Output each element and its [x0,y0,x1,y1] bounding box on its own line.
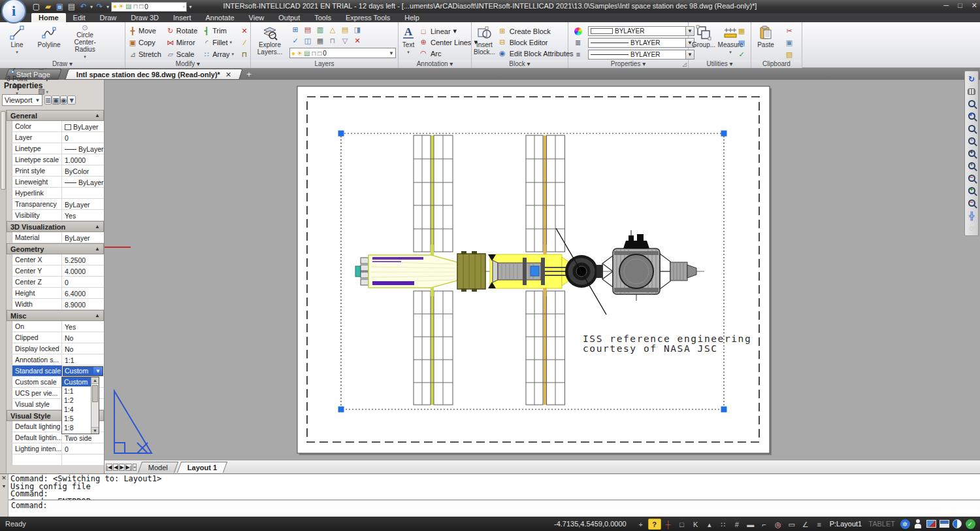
join-icon[interactable]: ⊓ [237,49,252,60]
scale-option-1-4[interactable]: 1:4 [62,405,91,414]
undo-icon[interactable]: ↶ [78,2,88,12]
group-button[interactable]: Group... [691,24,717,60]
quick-calc-icon[interactable]: ▦ [734,26,749,36]
fillet-arrow[interactable]: ▾ [230,40,233,45]
fillet-button[interactable]: ◜Fillet▾ [201,37,235,48]
filter-icon[interactable]: ▼ [67,95,76,105]
property-value[interactable]: ByLayer [62,199,104,209]
block-panel-label[interactable]: Block ▾ [472,60,568,68]
ribbon-tab-view[interactable]: View [242,13,272,22]
redo-icon[interactable]: ↷ [95,2,105,12]
stretch-button[interactable]: ⊿Stretch [127,48,163,60]
lwt-icon[interactable]: ▬ [744,519,757,530]
explore-layers-button[interactable]: Explore Layers... [253,24,287,60]
property-row-center-x[interactable]: Center X5.2500 [12,254,104,266]
viewport-icon[interactable]: ▭ [785,519,798,530]
contrast-theme-icon[interactable] [951,519,963,530]
snap-icon[interactable]: + [634,519,647,530]
property-row-print-style[interactable]: Print styleByColor [12,165,104,177]
entity-linetype-dropdown[interactable]: BYLAYER▼ [588,37,694,48]
array-arrow[interactable]: ▾ [232,52,235,57]
move-button[interactable]: ╋Move [127,25,163,37]
layer-check-icon[interactable]: ✓ [289,36,301,46]
dropdown-scrollbar[interactable]: ▲▼ [91,377,99,434]
chevron-down-icon[interactable]: ▼ [93,367,103,375]
ribbon-tab-tools[interactable]: Tools [307,13,338,22]
command-close-icon[interactable]: ✕ [0,475,8,481]
mirror-button[interactable]: ⋈Mirror [165,37,199,48]
new-tab-button[interactable]: + [246,69,252,80]
ribbon-tab-help[interactable]: Help [397,13,427,22]
modify-panel-label[interactable]: Modify ▾ [125,60,250,68]
layer-merge-icon[interactable]: ▦ [314,36,326,46]
ribbon-tab-draw-3d[interactable]: Draw 3D [123,13,166,22]
circle-center-radius-button[interactable]: Circle Center-Radius▾ [66,24,104,60]
scroll-up-icon[interactable]: ▲ [91,377,99,384]
redo-icon-arrow[interactable]: ▾ [106,4,109,10]
scale-option-1-5[interactable]: 1:5 [62,414,91,423]
section-header-3d-visualization[interactable]: 3D Visualization▲ [7,221,104,232]
scale-option-1-1[interactable]: 1:1 [62,386,91,396]
hatch-icon-arrow[interactable]: ▾ [45,90,48,94]
command-expand-icon[interactable]: ▼ [0,484,8,488]
property-row-center-y[interactable]: Center Y4.0000 [12,266,104,277]
zoom-out-icon[interactable]: − [965,172,978,184]
property-row-annotation-s[interactable]: Annotation s...1:1 [12,354,104,366]
property-value[interactable]: 4.0000 [62,266,104,276]
layer-delete-icon[interactable]: ✕ [351,36,363,46]
polyline-button[interactable]: Polyline [34,24,64,60]
property-row-lineweight[interactable]: LineweightByLayer [12,177,104,188]
linetype-icon[interactable]: ≣ [570,37,586,48]
save-icon[interactable]: ▣ [55,2,65,12]
properties-dialog-launcher-icon[interactable]: ◿ [683,61,687,67]
utilities-panel-label[interactable]: Utilities ▾ [689,60,751,68]
property-value[interactable]: 5.2500 [62,254,104,265]
edit-block-attributes-button[interactable]: ◉Edit Block Attributes [498,48,574,59]
layer-off-icon[interactable]: ◨ [351,25,363,35]
property-value[interactable]: 6.4000 [62,288,104,298]
linear-arrow[interactable]: ▾ [453,27,457,35]
angle-icon[interactable]: ∠ [799,519,812,530]
open-file-icon[interactable]: ▰ [43,2,53,12]
property-value[interactable]: 0 [62,443,104,454]
array-button[interactable]: ∷Array▾ [201,48,235,60]
ribbon-tab-home[interactable]: Home [31,13,66,22]
ribbon-tab-annotate[interactable]: Annotate [199,13,242,22]
zoom-dynamic-icon[interactable] [965,122,978,135]
property-value[interactable]: ByLayer [62,121,104,131]
property-value[interactable]: 0 [62,277,104,287]
collapse-icon[interactable]: ▲ [95,112,100,118]
property-value[interactable]: 1.0000 [62,154,104,165]
check-standards-icon[interactable]: ✓ [734,49,749,60]
tab-layout1[interactable]: Layout 1 [177,462,227,473]
linear-button[interactable]: □Linear▾ [419,26,478,37]
section-header-misc[interactable]: Misc▲ [7,310,104,321]
match-props-icon[interactable]: ▧ [781,49,797,60]
redo-view-icon[interactable]: ↻ [965,73,978,85]
property-row-standard-scale[interactable]: Standard scaleCustom▼ [12,366,104,377]
property-row-width[interactable]: Width8.9000 [12,299,104,310]
zoom-realtime-icon[interactable] [965,97,978,110]
next-tab-button[interactable]: ▶ [119,464,124,471]
property-row-blank[interactable] [12,454,104,466]
property-value[interactable]: Yes [62,210,104,220]
property-value[interactable]: Yes [62,321,104,332]
property-row-linetype-scale[interactable]: Linetype scale1.0000 [12,154,104,165]
block-editor-button[interactable]: ⊟Block Editor [498,37,574,48]
tab-model[interactable]: Model [138,462,178,473]
property-value[interactable]: No [62,332,104,343]
undo-icon-arrow[interactable]: ▾ [90,4,93,10]
maximize-button[interactable]: □ [958,1,962,10]
property-value[interactable]: ByLayer [62,143,104,154]
layer-properties-icon[interactable]: ⊞ [289,25,301,35]
explode-icon[interactable]: ∕ [237,37,252,48]
zoom-extents-icon[interactable]: ╬ [965,209,978,222]
property-row-transparency[interactable]: TransparencyByLayer [12,199,104,210]
property-row-display-locked[interactable]: Display lockedNo [12,343,104,354]
ribbon-tab-output[interactable]: Output [271,13,307,22]
lineweight-icon[interactable]: ≡ [570,49,586,60]
property-row-hyperlink[interactable]: Hyperlink [12,188,104,199]
quick-select-icon[interactable]: ▤ [734,37,749,48]
last-tab-button[interactable]: ▶| [125,464,132,471]
scale-option-custom[interactable]: Custom [62,377,91,386]
